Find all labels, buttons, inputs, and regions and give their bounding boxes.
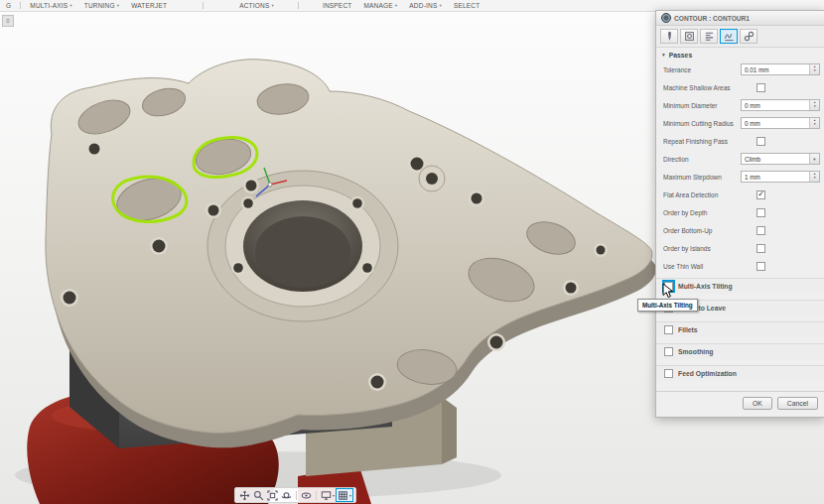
menu-manage[interactable]: MANAGE▾ <box>357 2 403 9</box>
param-label: Order by Depth <box>663 209 707 216</box>
tolerance-input[interactable]: 0.01 mm▴▾ <box>741 63 820 75</box>
dialog-title: CONTOUR : CONTOUR1 <box>674 15 750 22</box>
param-row-machine-shallow-areas: Machine Shallow Areas <box>656 78 824 96</box>
menu-label: G <box>6 2 11 9</box>
fit-button[interactable] <box>266 489 279 501</box>
machined-part[interactable] <box>46 60 656 448</box>
orbit-button[interactable] <box>280 489 293 501</box>
menu-actions[interactable]: ACTIONS▾ <box>233 2 280 9</box>
param-row-order-by-islands: Order by Islands <box>656 239 824 257</box>
menu-turning[interactable]: TURNING▾ <box>78 2 125 9</box>
menu-inspect[interactable]: INSPECT <box>317 2 358 9</box>
zoom-button[interactable] <box>252 489 265 501</box>
menu-g[interactable]: G <box>0 2 17 9</box>
smoothing-checkbox[interactable] <box>664 347 673 356</box>
grid-settings-button[interactable]: ▾ <box>337 489 352 501</box>
param-label: Repeat Finishing Pass <box>663 138 728 145</box>
spinner-buttons[interactable]: ▴▾ <box>809 118 819 128</box>
passes-rows: Tolerance0.01 mm▴▾Machine Shallow AreasM… <box>656 61 824 275</box>
param-row-repeat-finishing-pass: Repeat Finishing Pass <box>656 132 824 150</box>
chevron-down-icon: ▾ <box>809 154 819 164</box>
param-label: Tolerance <box>663 66 691 73</box>
group-sections: Multi-Axis TiltingStock to LeaveFilletsS… <box>656 278 824 381</box>
param-label: Order by Islands <box>663 245 711 252</box>
fillets-checkbox[interactable] <box>664 325 673 334</box>
spinner-buttons[interactable]: ▴▾ <box>809 64 819 74</box>
order-bottom-up-checkbox[interactable] <box>756 226 765 235</box>
tab-geometry[interactable] <box>680 29 698 44</box>
param-row-maximum-stepdown: Maximum Stepdown1 mm▴▾ <box>656 168 824 186</box>
cancel-button[interactable]: Cancel <box>777 397 818 410</box>
tab-heights[interactable] <box>700 29 718 44</box>
chevron-down-icon: ▾ <box>439 3 441 8</box>
chevron-down-icon: ▾ <box>271 3 273 8</box>
param-row-use-thin-wall: Use Thin Wall <box>656 257 824 275</box>
tab-passes[interactable] <box>720 29 738 44</box>
menu-label: MANAGE <box>363 2 392 9</box>
menu-multi-axis[interactable]: MULTI-AXIS▾ <box>24 2 77 9</box>
display-settings-button[interactable]: ▾ <box>320 489 336 501</box>
section-label: Feed Optimization <box>678 370 737 377</box>
order-by-depth-checkbox[interactable] <box>756 208 765 217</box>
minimum-diameter-input[interactable]: 0 mm▴▾ <box>741 99 820 111</box>
dialog-titlebar[interactable]: CONTOUR : CONTOUR1 <box>656 11 824 26</box>
look-at-icon <box>301 490 312 501</box>
tab-linking[interactable] <box>740 29 757 44</box>
central-bore <box>207 171 398 321</box>
chevron-down-icon: ▾ <box>117 3 119 8</box>
geometry-icon <box>684 31 695 42</box>
section-label: Smoothing <box>678 348 714 355</box>
param-row-minimum-diameter: Minimum Diameter0 mm▴▾ <box>656 96 824 114</box>
param-row-minimum-cutting-radius: Minimum Cutting Radius0 mm▴▾ <box>656 114 824 132</box>
selected-option: Climb <box>742 156 809 163</box>
menu-add-ins[interactable]: ADD-INS▾ <box>403 2 448 9</box>
chevron-down-icon: ▾ <box>69 3 71 8</box>
ok-button[interactable]: OK <box>743 397 772 410</box>
section-fillets[interactable]: Fillets <box>656 321 824 337</box>
browser-toggle-icon[interactable]: ≡ <box>2 15 14 27</box>
direction-select[interactable]: Climb▾ <box>741 153 820 165</box>
param-row-order-by-depth: Order by Depth <box>656 203 824 221</box>
passes-section-label: Passes <box>669 52 692 59</box>
spinner-buttons[interactable]: ▴▾ <box>809 100 819 110</box>
param-label: Minimum Diameter <box>663 102 718 109</box>
tab-tool[interactable] <box>660 29 678 44</box>
linking-icon <box>744 31 755 42</box>
section-multi-axis-tilting[interactable]: Multi-Axis Tilting <box>656 278 824 294</box>
section-smoothing[interactable]: Smoothing <box>656 343 824 359</box>
passes-icon <box>724 31 735 42</box>
param-label: Maximum Stepdown <box>663 174 722 181</box>
section-feed-optimization[interactable]: Feed Optimization <box>656 365 824 381</box>
pan-button[interactable] <box>238 489 251 501</box>
repeat-finishing-pass-checkbox[interactable] <box>756 137 765 146</box>
menu-select[interactable]: SELECT <box>448 2 486 9</box>
maximum-stepdown-input[interactable]: 1 mm▴▾ <box>741 171 820 183</box>
contour-operation-icon <box>661 13 671 23</box>
toolbar-separator <box>298 2 299 9</box>
section-label: Fillets <box>678 326 698 333</box>
minimum-cutting-radius-input[interactable]: 0 mm▴▾ <box>741 117 820 129</box>
look-at-button[interactable] <box>300 489 313 501</box>
machine-shallow-areas-checkbox[interactable] <box>756 83 765 92</box>
display-settings-icon <box>321 490 332 501</box>
passes-section-header[interactable]: ▼ Passes <box>656 48 824 61</box>
value-text: 0 mm <box>742 120 809 127</box>
menu-waterjet[interactable]: WATERJET <box>125 2 173 9</box>
menu-label: MULTI-AXIS <box>30 2 68 9</box>
pan-icon <box>239 490 250 501</box>
use-thin-wall-checkbox[interactable] <box>756 262 765 271</box>
zoom-icon <box>253 490 264 501</box>
feed-optimization-checkbox[interactable] <box>664 369 673 378</box>
heights-icon <box>704 31 715 42</box>
param-row-direction: DirectionClimb▾ <box>656 150 824 168</box>
value-text: 0 mm <box>742 102 809 109</box>
chevron-down-icon: ▾ <box>349 493 351 498</box>
flat-area-detection-checkbox[interactable]: ✓ <box>756 190 765 199</box>
navbar-separator <box>296 491 297 500</box>
spinner-buttons[interactable]: ▴▾ <box>809 172 819 182</box>
order-by-islands-checkbox[interactable] <box>756 244 765 253</box>
param-row-order-bottom-up: Order Bottom-Up <box>656 221 824 239</box>
navbar-separator <box>316 491 317 500</box>
param-row-flat-area-detection: Flat Area Detection✓ <box>656 186 824 203</box>
multi-axis-tilting-checkbox[interactable] <box>664 282 673 291</box>
